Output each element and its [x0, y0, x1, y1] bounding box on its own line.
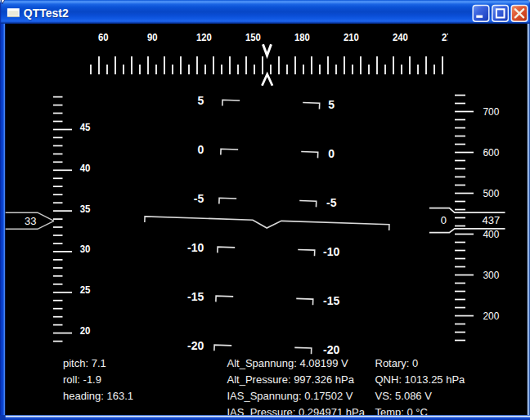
svg-text:35: 35	[80, 203, 91, 215]
svg-text:roll: -1.9: roll: -1.9	[63, 373, 101, 386]
svg-text:150: 150	[245, 31, 261, 43]
svg-text:0: 0	[198, 143, 204, 156]
svg-text:180: 180	[294, 31, 310, 43]
svg-text:-10: -10	[323, 245, 339, 258]
svg-text:40: 40	[80, 162, 91, 174]
svg-text:IAS_Spannung: 0.17502 V: IAS_Spannung: 0.17502 V	[227, 390, 353, 402]
svg-text:300: 300	[483, 269, 500, 281]
svg-text:-10: -10	[187, 241, 204, 254]
svg-text:437: 437	[483, 214, 501, 226]
svg-text:Alt_Pressure: 997.326 hPa: Alt_Pressure: 997.326 hPa	[227, 373, 355, 386]
svg-text:5: 5	[198, 94, 204, 107]
svg-text:-15: -15	[187, 290, 204, 303]
svg-text:700: 700	[483, 105, 500, 118]
svg-text:VS: 5.086 V: VS: 5.086 V	[375, 390, 433, 402]
svg-text:-5: -5	[194, 192, 204, 205]
svg-text:600: 600	[483, 146, 500, 159]
svg-text:45: 45	[80, 121, 91, 133]
svg-text:-15: -15	[323, 294, 339, 307]
svg-text:210: 210	[344, 31, 359, 43]
svg-text:120: 120	[196, 31, 212, 43]
svg-text:-20: -20	[323, 343, 339, 356]
svg-text:QTTest2: QTTest2	[24, 7, 69, 20]
svg-text:20: 20	[80, 324, 91, 337]
svg-text:60: 60	[98, 31, 109, 43]
svg-text:QNH: 1013.25 hPa: QNH: 1013.25 hPa	[375, 373, 466, 386]
svg-text:-5: -5	[326, 196, 337, 209]
svg-text:heading: 163.1: heading: 163.1	[63, 390, 133, 402]
svg-text:200: 200	[483, 310, 500, 322]
svg-text:90: 90	[147, 31, 158, 43]
svg-text:500: 500	[483, 187, 500, 199]
svg-text:5: 5	[328, 98, 335, 111]
svg-text:Alt_Spannung: 4.08199 V: Alt_Spannung: 4.08199 V	[227, 357, 349, 369]
svg-text:0: 0	[328, 147, 335, 160]
svg-text:30: 30	[80, 243, 91, 255]
svg-text:pitch: 7.1: pitch: 7.1	[63, 357, 106, 369]
svg-text:0: 0	[441, 214, 447, 226]
svg-text:33: 33	[25, 215, 36, 227]
svg-text:400: 400	[483, 228, 500, 240]
svg-text:-20: -20	[187, 339, 204, 352]
svg-text:25: 25	[80, 284, 91, 296]
svg-text:240: 240	[393, 31, 408, 43]
svg-text:Rotary: 0: Rotary: 0	[375, 357, 419, 369]
